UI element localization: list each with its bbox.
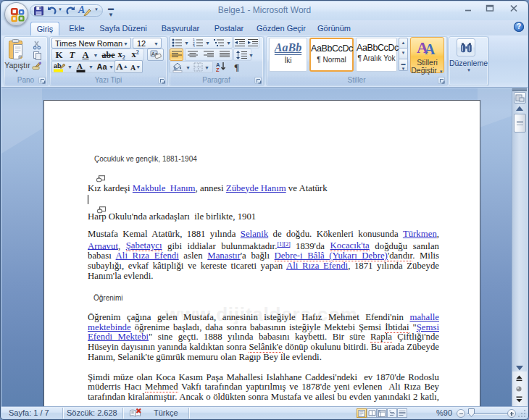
svg-text:A: A — [77, 62, 83, 70]
svg-text:3: 3 — [193, 44, 195, 48]
svg-text:Z: Z — [216, 67, 220, 72]
